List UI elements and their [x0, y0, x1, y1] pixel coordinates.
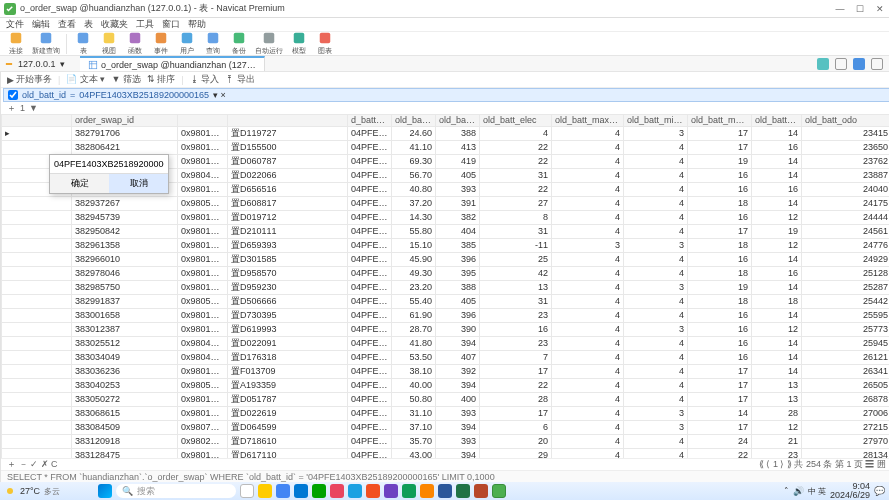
- cell[interactable]: 14: [752, 168, 802, 182]
- cell[interactable]: 382791706: [72, 126, 178, 140]
- cell[interactable]: 0x9801202304758680x9807: [178, 280, 228, 294]
- menu-文件[interactable]: 文件: [6, 18, 24, 31]
- cell[interactable]: 4: [624, 378, 688, 392]
- row-marker[interactable]: [2, 406, 72, 420]
- col-[interactable]: [228, 115, 348, 127]
- table-row[interactable]: 3830016580x9801202253146000x9802置D730395…: [2, 308, 890, 322]
- cell[interactable]: 28134: [802, 448, 890, 458]
- cell[interactable]: 382985750: [72, 280, 178, 294]
- toolbar-图表[interactable]: 图表: [313, 31, 337, 57]
- table-row[interactable]: 3829857500x9801202304758680x9807置D959230…: [2, 280, 890, 294]
- row-marker[interactable]: [2, 392, 72, 406]
- cell[interactable]: 394: [436, 448, 480, 458]
- notification-icon[interactable]: 💬: [874, 486, 885, 496]
- cell[interactable]: 置D022091: [228, 336, 348, 350]
- cell[interactable]: 393: [436, 434, 480, 448]
- toolbar-新建查询[interactable]: 新建查询: [30, 31, 62, 57]
- cell[interactable]: 24: [688, 434, 752, 448]
- cell[interactable]: 4: [552, 280, 624, 294]
- cell[interactable]: 25442: [802, 294, 890, 308]
- cell[interactable]: 04PFE1403XB25189200000165: [348, 182, 392, 196]
- col-old_batt_odo[interactable]: old_batt_odo: [802, 115, 890, 127]
- cell[interactable]: 6: [480, 420, 552, 434]
- cell[interactable]: 0x98012020234339081:c0x9801: [178, 154, 228, 168]
- cell[interactable]: 0x9801202253146000x9802: [178, 308, 228, 322]
- cell[interactable]: 395: [436, 266, 480, 280]
- cell[interactable]: 04PFE1403XB25189200000165: [348, 154, 392, 168]
- cell[interactable]: 16: [752, 266, 802, 280]
- cell[interactable]: 37.10: [392, 420, 436, 434]
- row-marker[interactable]: [2, 336, 72, 350]
- cell[interactable]: 置D022066: [228, 168, 348, 182]
- col-order_swap_id[interactable]: order_swap_id: [72, 115, 178, 127]
- cell[interactable]: 4: [624, 350, 688, 364]
- row-marker[interactable]: [2, 238, 72, 252]
- cell[interactable]: 382945739: [72, 210, 178, 224]
- cell[interactable]: 0x9802012030324710x9803: [178, 434, 228, 448]
- maximize-button[interactable]: ☐: [855, 4, 865, 14]
- cell[interactable]: 31.10: [392, 406, 436, 420]
- cell[interactable]: 404: [436, 224, 480, 238]
- cell[interactable]: 383068615: [72, 406, 178, 420]
- cell[interactable]: 383001658: [72, 308, 178, 322]
- toolbar-事件[interactable]: 事件: [149, 31, 173, 57]
- cell[interactable]: 04PFE1403XB25189200000165: [348, 448, 392, 458]
- cell[interactable]: 382806421: [72, 140, 178, 154]
- row-marker[interactable]: [2, 140, 72, 154]
- table-row[interactable]: 3829613580x9801202302085a:0x9801置D659393…: [2, 238, 890, 252]
- cell[interactable]: 41.80: [392, 336, 436, 350]
- cell[interactable]: 383034049: [72, 350, 178, 364]
- cell[interactable]: 41.10: [392, 140, 436, 154]
- weather-widget[interactable]: [4, 485, 16, 497]
- view-mode-4[interactable]: [871, 58, 883, 70]
- cell[interactable]: 18: [688, 266, 752, 280]
- cell[interactable]: 7: [480, 350, 552, 364]
- import-button[interactable]: ⭳ 导入: [190, 73, 220, 86]
- cell[interactable]: 26121: [802, 350, 890, 364]
- cell[interactable]: 04PFE1403XB25189200000165: [348, 392, 392, 406]
- cell[interactable]: 4: [624, 154, 688, 168]
- cell[interactable]: 27: [480, 196, 552, 210]
- app-icon-2[interactable]: [348, 484, 362, 498]
- cell[interactable]: 13: [752, 392, 802, 406]
- cell[interactable]: 383012387: [72, 322, 178, 336]
- ppt-icon[interactable]: [474, 484, 488, 498]
- menu-查看[interactable]: 查看: [58, 18, 76, 31]
- cell[interactable]: 16: [752, 182, 802, 196]
- cell[interactable]: 4: [552, 266, 624, 280]
- filter-extra[interactable]: ▾ ×: [213, 90, 226, 100]
- cell[interactable]: 396: [436, 252, 480, 266]
- menu-表[interactable]: 表: [84, 18, 93, 31]
- cell[interactable]: 14: [752, 364, 802, 378]
- cell[interactable]: 14: [752, 350, 802, 364]
- menu-窗口[interactable]: 窗口: [162, 18, 180, 31]
- cell[interactable]: 置D301585: [228, 252, 348, 266]
- filter-field[interactable]: old_batt_id: [22, 90, 66, 100]
- cell[interactable]: 383120918: [72, 434, 178, 448]
- cell[interactable]: 置D210111: [228, 224, 348, 238]
- cell[interactable]: 14: [752, 308, 802, 322]
- cell[interactable]: 16: [480, 322, 552, 336]
- cell[interactable]: 14: [752, 252, 802, 266]
- table-row[interactable]: 3831209180x9802012030324710x9803置D718610…: [2, 434, 890, 448]
- cell[interactable]: 04PFE1403XB25189200000165: [348, 168, 392, 182]
- cell[interactable]: 55.40: [392, 294, 436, 308]
- cell[interactable]: 382991837: [72, 294, 178, 308]
- view-mode-2[interactable]: [835, 58, 847, 70]
- col-old_batt_soc[interactable]: old_batt_soc: [392, 115, 436, 127]
- cell[interactable]: 8: [480, 210, 552, 224]
- row-marker[interactable]: [2, 350, 72, 364]
- cell[interactable]: 4: [552, 182, 624, 196]
- menu-帮助[interactable]: 帮助: [188, 18, 206, 31]
- cell[interactable]: 3: [624, 322, 688, 336]
- cell[interactable]: 23: [752, 448, 802, 458]
- cell[interactable]: 382937267: [72, 196, 178, 210]
- start-button[interactable]: [98, 484, 112, 498]
- cell[interactable]: 23415: [802, 126, 890, 140]
- cell[interactable]: 24040: [802, 182, 890, 196]
- row-marker[interactable]: ▸: [2, 126, 72, 140]
- cell[interactable]: 49.30: [392, 266, 436, 280]
- cell[interactable]: 382966010: [72, 252, 178, 266]
- filter-enable-checkbox[interactable]: [8, 90, 18, 100]
- cell[interactable]: 4: [552, 378, 624, 392]
